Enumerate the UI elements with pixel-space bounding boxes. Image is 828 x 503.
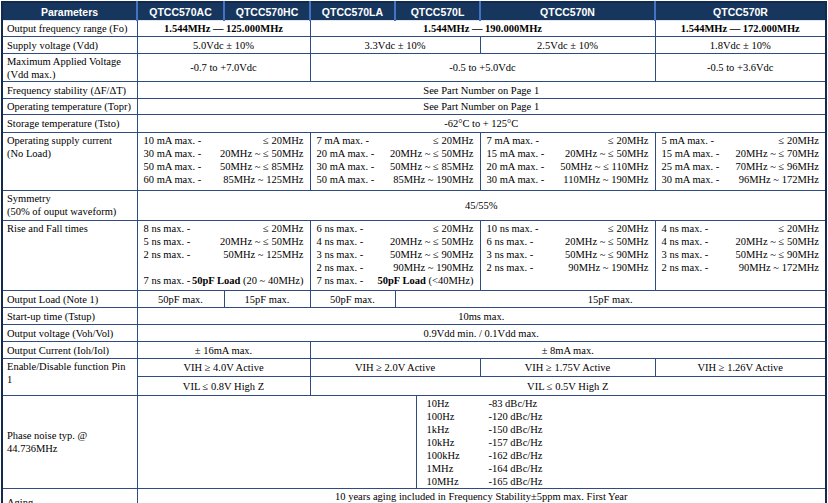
cell-vddmax-r: -0.5 to +3.6Vdc <box>655 54 826 82</box>
row-rise-fall: Rise and Fall times 8 ns max. -≤ 20MHz 5… <box>2 221 826 291</box>
cell-startup-all: 10ms max. <box>137 308 826 325</box>
cell-topr-all: See Part Number on Page 1 <box>137 99 826 115</box>
line-right: 20MHz ~ ≤ 50MHz <box>220 235 303 248</box>
label-line: 1 <box>7 373 134 386</box>
line-left: 4 ns max. - <box>317 235 364 248</box>
line-right: 50MHz ~ ≤ 85MHz <box>390 160 473 173</box>
current-line: 20 mA max. -20MHz ~ ≤ 50MHz <box>317 147 474 160</box>
row-aging: Aging 10 years aging included in Frequen… <box>2 489 826 503</box>
label-line: Maximum Applied Voltage <box>7 55 134 68</box>
risefall-line: 4 ns max. -20MHz ~ ≤ 50MHz <box>662 235 820 248</box>
line-left: 50 mA max. - <box>317 173 375 186</box>
param-label-topr: Operating temperature (Topr) <box>2 99 137 115</box>
line-left: 6 ns max. - <box>317 222 364 235</box>
line-right: 50pF Load (20 ~ 40MHz) <box>192 274 303 287</box>
line-left: 15 mA max. - <box>662 147 720 160</box>
current-line: 30 mA max. -50MHz ~ ≤ 85MHz <box>317 160 474 173</box>
phase-noise-line: 100kHz-162 dBc/Hz <box>427 449 543 462</box>
param-label-aging: Aging <box>2 489 137 503</box>
line-right: 50MHz ~ ≤ 90MHz <box>736 248 819 261</box>
offset-frequency: 100Hz <box>427 410 489 423</box>
label-line: (No Load) <box>7 147 134 160</box>
cell-load-l-n-r: 15pF max. <box>395 291 826 308</box>
line-right: ≤ 20MHz <box>433 134 473 147</box>
noise-value: -157 dBc/Hz <box>489 436 543 449</box>
param-label-output-load: Output Load (Note 1) <box>2 291 137 308</box>
cell-symmetry-all: 45/55% <box>137 191 826 221</box>
cell-vih-n: VIH ≥ 1.75V Active <box>480 359 655 377</box>
line-left: 3 ns max. - <box>487 248 534 261</box>
line-left: 4 ns max. - <box>662 235 709 248</box>
offset-frequency: 10kHz <box>427 436 489 449</box>
line-left: 7 mA max. - <box>487 134 540 147</box>
line-right: 85MHz ~ 125MHz <box>223 173 303 186</box>
line-right: 20MHz ~ ≤ 70MHz <box>736 147 819 160</box>
line-right: 50MHz ~ ≤ 90MHz <box>565 248 648 261</box>
current-line: 50 mA max. -85MHz ~ 190MHz <box>317 173 474 186</box>
row-output-current: Output Current (Ioh/Iol) ± 16mA max. ± 8… <box>2 342 826 359</box>
header-row: Parameters QTCC570AC QTCC570HC QTCC570LA… <box>2 2 826 21</box>
row-supply-current: Operating supply current (No Load) 10 mA… <box>2 133 826 191</box>
risefall-line: 8 ns max. -≤ 20MHz <box>144 222 304 235</box>
cell-current-r: 5 mA max. -≤ 20MHz 15 mA max. -20MHz ~ ≤… <box>655 133 826 191</box>
risefall-line: 4 ns max. -20MHz ~ ≤ 50MHz <box>317 235 474 248</box>
line-right: 110MHz ~ 190MHz <box>563 173 648 186</box>
line-left: 50 mA max. - <box>144 160 202 173</box>
offset-frequency: 10Hz <box>427 397 489 410</box>
row-output-voltage: Output voltage (Voh/Vol) 0.9Vdd min. / 0… <box>2 325 826 342</box>
offset-frequency: 1MHz <box>427 462 489 475</box>
phase-noise-line: 10kHz-157 dBc/Hz <box>427 436 543 449</box>
risefall-line: 3 ns max. -50MHz ~ ≤ 90MHz <box>317 248 474 261</box>
current-line: 30 mA max. -110MHz ~ 190MHz <box>487 173 649 186</box>
line-right: ≤ 20MHz <box>433 222 473 235</box>
label-line: (50% of ouput waveform) <box>7 205 134 218</box>
line-left: 2 ns max. - <box>317 261 364 274</box>
cell-aging-all: 10 years aging included in Frequency Sta… <box>137 489 826 503</box>
current-line: 15 mA max. -20MHz ~ ≤ 70MHz <box>662 147 820 160</box>
line-right: 90MHz ~ 172MHz <box>739 261 819 274</box>
cell-vih-ac-hc: VIH ≥ 4.0V Active <box>137 359 310 377</box>
label-line: 44.736MHz <box>7 442 134 455</box>
line-right: 20MHz ~ ≤ 50MHz <box>736 235 819 248</box>
cell-fo-r: 1.544MHz — 172.000MHz <box>655 21 826 37</box>
line-right: 20MHz ~ ≤ 50MHz <box>390 235 473 248</box>
cell-risefall-ac-hc: 8 ns max. -≤ 20MHz 5 ns max. -20MHz ~ ≤ … <box>137 221 310 291</box>
line-right: ≤ 20MHz <box>263 134 303 147</box>
line-left: 20 mA max. - <box>317 147 375 160</box>
line-right: 50MHz ~ ≤ 110MHz <box>560 160 648 173</box>
cell-voh-all: 0.9Vdd min. / 0.1Vdd max. <box>137 325 826 342</box>
cell-vdd-n: 2.5Vdc ± 10% <box>480 37 655 54</box>
row-storage-temperature: Storage temperature (Tsto) -62°C to + 12… <box>2 115 826 133</box>
col-header-qtcc570ac: QTCC570AC <box>137 2 224 21</box>
col-header-qtcc570l: QTCC570L <box>395 2 480 21</box>
param-label-output-current: Output Current (Ioh/Iol) <box>2 342 137 359</box>
param-label-rise-fall: Rise and Fall times <box>2 221 137 291</box>
line-left: 10 mA max. - <box>144 134 202 147</box>
cell-fo-ac-hc: 1.544MHz — 125.000MHz <box>137 21 310 37</box>
param-label-tsto: Storage temperature (Tsto) <box>2 115 137 133</box>
row-phase-noise: Phase noise typ. @ 44.736MHz 10Hz-83 dBc… <box>2 396 826 489</box>
cell-vdd-la-l: 3.3Vdc ± 10% <box>310 37 480 54</box>
line-left: 7 ns max. - <box>144 274 191 287</box>
cell-current-ac-hc: 10 mA max. -≤ 20MHz 30 mA max. -20MHz ~ … <box>137 133 310 191</box>
current-line: 10 mA max. -≤ 20MHz <box>144 134 304 147</box>
line-left: 30 mA max. - <box>662 173 720 186</box>
line-left: 20 mA max. - <box>487 160 545 173</box>
row-startup-time: Start-up time (Tstup) 10ms max. <box>2 308 826 325</box>
label-line: Symmetry <box>7 192 134 205</box>
risefall-line: 6 ns max. -20MHz ~ ≤ 50MHz <box>487 235 649 248</box>
offset-frequency: 1kHz <box>427 423 489 436</box>
param-label-freq-stability: Frequency stability (ΔF/ΔT) <box>2 82 137 99</box>
param-label-phase-noise: Phase noise typ. @ 44.736MHz <box>2 396 137 489</box>
load-bold: 50pF Load <box>378 275 426 286</box>
noise-value: -83 dBc/Hz <box>489 397 538 410</box>
col-header-qtcc570n: QTCC570N <box>480 2 655 21</box>
phase-noise-block: 10Hz-83 dBc/Hz 100Hz-120 dBc/Hz 1kHz-150… <box>417 396 543 488</box>
line-right: 20MHz ~ ≤ 50MHz <box>390 147 473 160</box>
line-left: 8 ns max. - <box>144 222 191 235</box>
cell-vdd-r: 1.8Vdc ± 10% <box>655 37 826 54</box>
cell-current-la-l: 7 mA max. -≤ 20MHz 20 mA max. -20MHz ~ ≤… <box>310 133 480 191</box>
cell-fo-la-l-n: 1.544MHz — 190.000MHz <box>310 21 655 37</box>
param-label-fo: Output frequency range (Fo) <box>2 21 137 37</box>
current-line: 30 mA max. -20MHz ~ ≤ 50MHz <box>144 147 304 160</box>
